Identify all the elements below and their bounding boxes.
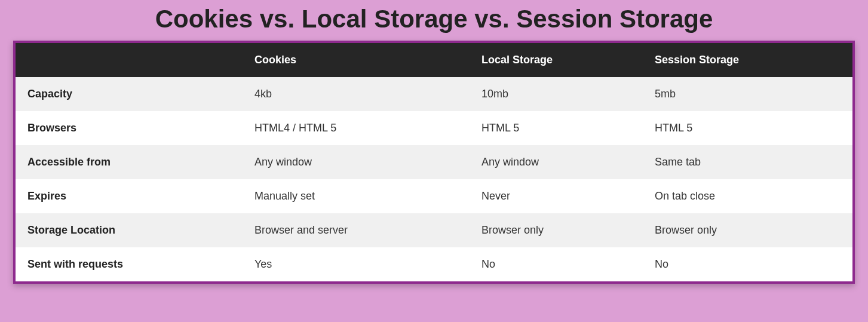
header-empty <box>16 43 243 77</box>
cell-capacity-session: 5mb <box>643 77 852 111</box>
page-title: Cookies vs. Local Storage vs. Session St… <box>0 0 868 41</box>
row-label-expires: Expires <box>16 179 243 213</box>
header-cookies: Cookies <box>243 43 470 77</box>
comparison-table-wrapper: Cookies Local Storage Session Storage Ca… <box>13 41 855 284</box>
cell-storage-location-session: Browser only <box>643 213 852 247</box>
table-row: Sent with requests Yes No No <box>16 247 852 281</box>
cell-capacity-cookies: 4kb <box>243 77 470 111</box>
table-row: Accessible from Any window Any window Sa… <box>16 145 852 179</box>
table-row: Browsers HTML4 / HTML 5 HTML 5 HTML 5 <box>16 111 852 145</box>
table-row: Expires Manually set Never On tab close <box>16 179 852 213</box>
cell-browsers-local: HTML 5 <box>470 111 643 145</box>
cell-expires-cookies: Manually set <box>243 179 470 213</box>
cell-accessible-local: Any window <box>470 145 643 179</box>
cell-browsers-cookies: HTML4 / HTML 5 <box>243 111 470 145</box>
cell-accessible-cookies: Any window <box>243 145 470 179</box>
table-row: Storage Location Browser and server Brow… <box>16 213 852 247</box>
cell-storage-location-cookies: Browser and server <box>243 213 470 247</box>
cell-storage-location-local: Browser only <box>470 213 643 247</box>
row-label-accessible: Accessible from <box>16 145 243 179</box>
row-label-browsers: Browsers <box>16 111 243 145</box>
header-session-storage: Session Storage <box>643 43 852 77</box>
table-row: Capacity 4kb 10mb 5mb <box>16 77 852 111</box>
cell-browsers-session: HTML 5 <box>643 111 852 145</box>
cell-sent-with-requests-local: No <box>470 247 643 281</box>
row-label-capacity: Capacity <box>16 77 243 111</box>
row-label-storage-location: Storage Location <box>16 213 243 247</box>
cell-expires-local: Never <box>470 179 643 213</box>
cell-sent-with-requests-session: No <box>643 247 852 281</box>
cell-expires-session: On tab close <box>643 179 852 213</box>
row-label-sent-with-requests: Sent with requests <box>16 247 243 281</box>
cell-sent-with-requests-cookies: Yes <box>243 247 470 281</box>
header-local-storage: Local Storage <box>470 43 643 77</box>
cell-capacity-local: 10mb <box>470 77 643 111</box>
comparison-table: Cookies Local Storage Session Storage Ca… <box>16 43 852 281</box>
table-header-row: Cookies Local Storage Session Storage <box>16 43 852 77</box>
cell-accessible-session: Same tab <box>643 145 852 179</box>
